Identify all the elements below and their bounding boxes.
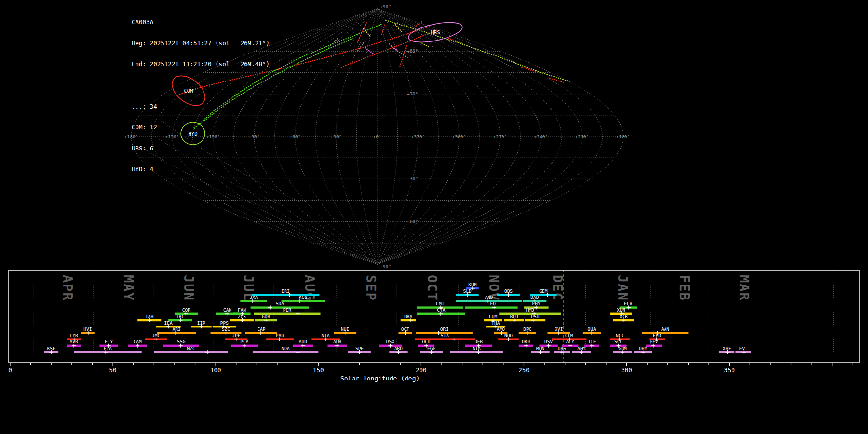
shower-bar-CAP: CAP [245, 326, 277, 335]
shower-bar-AVB: AVB [67, 339, 81, 348]
shower-code-label: CTA [437, 307, 445, 312]
shower-code-label: DRA [404, 314, 412, 319]
shower-code-label: CAN [223, 307, 231, 312]
shower-code-label: EHY [532, 301, 540, 306]
begin-time: Beg: 20251221 04:51:27 (sol = 269.21°) [132, 40, 284, 47]
shower-bar-XCB: XCB [613, 314, 634, 323]
shower-bar-SDA: SDA [251, 301, 309, 310]
svg-text:+300°: +300° [452, 134, 466, 139]
shower-code-label: AMO [497, 326, 505, 332]
shower-code-label: PSU [531, 314, 539, 319]
shower-bar-DKD: DKD [519, 339, 533, 348]
x-tick-label: 250 [518, 366, 529, 374]
shower-code-label: EVI [739, 346, 747, 351]
x-axis-title: Solar longitude (deg) [340, 375, 420, 382]
shower-bar-HYD: HYD [499, 307, 561, 316]
shower-code-label: COR [182, 307, 190, 312]
x-tick-label: 200 [416, 366, 427, 374]
shower-bar-XHE: XHE [719, 346, 734, 354]
svg-text:+30°: +30° [407, 91, 418, 96]
shower-code-label: DPC [523, 326, 531, 332]
svg-text:-30°: -30° [407, 176, 418, 181]
shower-code-label: CAP [257, 326, 265, 332]
shower-bar-DRA: DRA [401, 314, 416, 323]
month-label: MAY [121, 275, 136, 301]
shower-bar-ARD: ARD [389, 346, 407, 354]
shower-code-label: SPE [355, 346, 364, 351]
shower-bar-MON: MON [531, 346, 549, 354]
header-separator [132, 84, 284, 84]
count-hyd: HYD: 4 [132, 166, 284, 173]
shower-code-label: XCB [620, 314, 628, 319]
x-axis: 050100150200250300350Solar longitude (de… [8, 363, 853, 382]
shower-bar-JLE: JLE [584, 339, 599, 348]
shower-code-label: QUA [588, 326, 596, 332]
shower-bar-PCA: PCA [231, 339, 258, 348]
month-label: DEC [550, 275, 565, 301]
svg-text:+60°: +60° [290, 134, 301, 139]
month-label: SEP [364, 275, 379, 301]
shower-bar-GDR: GDR [255, 314, 277, 323]
svg-text:+180°: +180° [616, 134, 630, 139]
shower-bar-AHY: AHY [572, 346, 591, 354]
shower-code-label: NDA [281, 346, 289, 351]
shower-code-label: DSX [386, 339, 394, 344]
shower-bar-FEV: FEV [646, 339, 662, 348]
shower-code-label: XVI [555, 326, 563, 332]
shower-code-label: AAN [661, 326, 669, 332]
svg-text:+210°: +210° [575, 134, 589, 139]
shower-bar-NZC: NZC [154, 346, 228, 354]
month-label: FEB [677, 275, 692, 301]
shower-bar-IIP: IIP [191, 320, 212, 329]
shower-code-label: JMC [152, 333, 160, 338]
shower-code-label: SSG [177, 339, 185, 344]
svg-text:+0°: +0° [373, 134, 381, 139]
month-label: JAN [615, 275, 630, 301]
count-urs: URS: 6 [132, 145, 284, 152]
shower-bar-OHY: OHY [634, 346, 652, 354]
shower-code-label: OCU [422, 339, 430, 344]
shower-code-label: RPU [510, 314, 518, 319]
shower-code-label: OBS [504, 288, 513, 294]
shower-code-label: IRC [176, 314, 184, 319]
shower-bar-ETA: ETA [74, 346, 142, 354]
shower-bar-SPE: SPE [348, 346, 371, 354]
shower-code-label: URS [558, 346, 566, 351]
shower-code-label: DAD [530, 295, 539, 300]
shower-code-label: XUM [617, 307, 625, 312]
shower-code-label: AVB [70, 339, 78, 344]
shower-bar-PSU: PSU [525, 314, 546, 323]
shower-code-label: NCC [616, 333, 624, 338]
observation-header: CA003A Beg: 20251221 04:51:27 (sol = 269… [132, 5, 284, 187]
x-tick-label: 350 [724, 366, 735, 374]
shower-bar-NDA: NDA [253, 346, 318, 354]
end-time: End: 20251221 11:21:20 (sol = 269.48°) [132, 61, 284, 68]
shower-bar-KSE: KSE [44, 346, 58, 354]
shower-code-label: XHE [723, 346, 731, 351]
shower-code-label: HYD [526, 307, 534, 312]
shower-code-label: IIP [197, 320, 205, 326]
shower-bar-EVI: EVI [735, 346, 751, 354]
shower-bar-AAN: AAN [642, 326, 689, 335]
shower-bar-CTA: CTA [417, 307, 465, 316]
station-id: CA003A [132, 19, 284, 26]
shower-code-label: IEA [164, 320, 173, 326]
shower-bar-KCG: KCG [282, 295, 325, 303]
shower-bar-OCT: OCT [398, 326, 412, 335]
month-label: OCT [425, 275, 440, 301]
x-tick-label: 0 [8, 366, 12, 374]
shower-code-label: SDA [276, 301, 284, 306]
shower-bar-CAM: CAM [128, 339, 147, 348]
shower-code-label: ARD [394, 346, 403, 351]
shower-code-label: LMI [436, 301, 444, 306]
shower-bar-PAU: PAU [266, 333, 294, 341]
shower-code-label: TAH [145, 314, 153, 319]
shower-code-label: DKD [522, 339, 530, 344]
shower-bar-AUR: AUR [327, 339, 347, 348]
shower-bar-TAH: TAH [137, 314, 161, 323]
shower-code-label: KSE [47, 346, 55, 351]
x-tick-label: 100 [210, 366, 221, 374]
shower-code-label: ELY [105, 339, 113, 344]
shower-code-label: PPS [220, 320, 229, 326]
svg-text:+270°: +270° [493, 134, 507, 139]
